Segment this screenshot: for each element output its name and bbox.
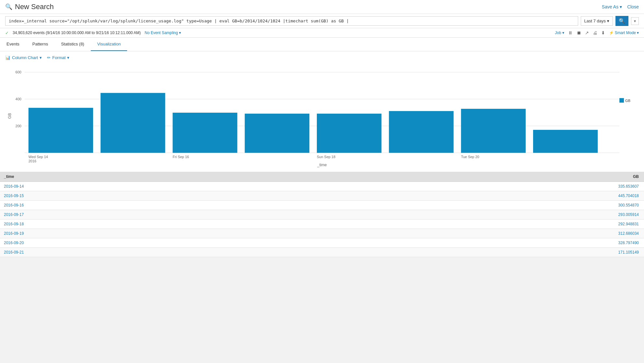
chevron-down-icon: ▾ — [620, 4, 622, 9]
cell-gb: 293.005914 — [579, 210, 644, 219]
svg-text:600: 600 — [16, 70, 21, 74]
x-label-4: Tue Sep 20 — [461, 155, 479, 159]
cell-gb: 445.704018 — [579, 191, 644, 200]
cell-time[interactable]: 2016-09-15 — [0, 191, 579, 200]
cell-time[interactable]: 2016-09-20 — [0, 238, 579, 247]
table-area: _time GB 2016-09-14 335.653607 2016-09-1… — [0, 172, 644, 257]
save-as-button[interactable]: Save As ▾ — [602, 4, 622, 9]
chevron-down-icon: ▾ — [40, 55, 42, 60]
bar-6 — [389, 111, 453, 153]
close-button[interactable]: Close — [627, 4, 639, 9]
x-label-3: Sun Sep 18 — [317, 155, 335, 159]
tab-events[interactable]: Events — [0, 38, 26, 51]
events-count-text: 34,903,620 events (9/14/16 10:00:00.000 … — [13, 31, 141, 35]
bar-chart-icon: 📊 — [5, 55, 10, 60]
smart-mode-button[interactable]: ⚡ Smart Mode ▾ — [609, 31, 639, 35]
job-button[interactable]: Job ▾ — [555, 31, 564, 35]
header-left: 🔍 New Search — [5, 3, 54, 11]
table-row: 2016-09-21 171.105149 — [0, 248, 644, 257]
cell-gb: 328.797490 — [579, 238, 644, 247]
format-button[interactable]: ✏ Format ▾ — [47, 55, 69, 60]
x-label-1: Wed Sep 14 — [29, 155, 48, 159]
status-right: Job ▾ ⏸ ⏹ ↗ 🖨 ⬇ ⚡ Smart Mode ▾ — [555, 30, 639, 35]
svg-text:200: 200 — [16, 124, 21, 128]
tab-patterns[interactable]: Patterns — [26, 38, 54, 51]
bar-3 — [173, 113, 237, 153]
chart-container: GB 600 400 200 — [5, 64, 639, 168]
cell-gb: 171.105149 — [579, 248, 644, 257]
header: 🔍 New Search Save As ▾ Close — [0, 0, 644, 14]
chart-type-button[interactable]: 📊 Column Chart ▾ — [5, 55, 42, 60]
table-row: 2016-09-18 292.948831 — [0, 219, 644, 229]
legend-color — [619, 98, 624, 103]
cell-time[interactable]: 2016-09-14 — [0, 182, 579, 191]
stop-button[interactable]: ⏹ — [577, 30, 581, 35]
table-row: 2016-09-20 328.797490 — [0, 238, 644, 248]
page-title: New Search — [15, 3, 54, 11]
search-bar-area: Last 7 days ▾ 🔍 ▾ — [0, 14, 644, 28]
cell-time[interactable]: 2016-09-21 — [0, 248, 579, 257]
table-row: 2016-09-14 335.653607 — [0, 182, 644, 191]
x-axis-title: _time — [317, 163, 327, 167]
cell-time[interactable]: 2016-09-16 — [0, 201, 579, 210]
visualization-area: 📊 Column Chart ▾ ✏ Format ▾ GB 600 400 2… — [0, 51, 644, 172]
header-right: Save As ▾ Close — [602, 4, 639, 9]
table-row: 2016-09-17 293.005914 — [0, 210, 644, 219]
bar-8 — [533, 130, 598, 153]
no-event-sampling-button[interactable]: No Event Sampling ▾ — [145, 31, 181, 35]
share-button[interactable]: ↗ — [585, 30, 589, 35]
table-body: 2016-09-14 335.653607 2016-09-15 445.704… — [0, 182, 644, 257]
tab-statistics[interactable]: Statistics (8) — [54, 38, 91, 51]
bar-2 — [101, 93, 165, 153]
tab-visualization[interactable]: Visualization — [91, 38, 127, 51]
cell-time[interactable]: 2016-09-18 — [0, 219, 579, 229]
cell-time[interactable]: 2016-09-19 — [0, 229, 579, 238]
cell-gb: 335.653607 — [579, 182, 644, 191]
column-header-gb: GB — [579, 172, 644, 182]
chevron-down-icon: ▾ — [179, 31, 181, 35]
chevron-down-icon: ▾ — [634, 19, 636, 23]
y-axis-label: GB — [7, 113, 12, 119]
tabs: Events Patterns Statistics (8) Visualiza… — [0, 38, 644, 51]
chevron-down-icon: ▾ — [637, 31, 639, 35]
svg-text:400: 400 — [16, 97, 21, 101]
bar-5 — [317, 114, 381, 153]
expand-button[interactable]: ▾ — [631, 17, 639, 25]
table-row: 2016-09-15 445.704018 — [0, 191, 644, 201]
bar-7 — [461, 109, 526, 153]
status-left: ✓ 34,903,620 events (9/14/16 10:00:00.00… — [5, 31, 181, 35]
status-bar: ✓ 34,903,620 events (9/14/16 10:00:00.00… — [0, 28, 644, 38]
bar-1 — [29, 108, 93, 153]
search-input[interactable] — [5, 16, 578, 26]
bar-4 — [245, 114, 309, 153]
table-row: 2016-09-16 300.554870 — [0, 201, 644, 210]
x-label-2: Fri Sep 16 — [173, 155, 189, 159]
pause-button[interactable]: ⏸ — [568, 30, 573, 35]
chevron-down-icon: ▾ — [562, 31, 564, 35]
search-button[interactable]: 🔍 — [615, 16, 628, 26]
column-header-time: _time — [0, 172, 579, 182]
cell-time[interactable]: 2016-09-17 — [0, 210, 579, 219]
lightning-icon: ⚡ — [609, 31, 614, 35]
download-button[interactable]: ⬇ — [601, 30, 605, 35]
status-check-icon: ✓ — [5, 31, 9, 35]
cell-gb: 300.554870 — [579, 201, 644, 210]
chevron-down-icon: ▾ — [607, 19, 609, 23]
table-row: 2016-09-19 312.686034 — [0, 229, 644, 238]
cell-gb: 312.686034 — [579, 229, 644, 238]
cell-gb: 292.948831 — [579, 219, 644, 229]
table-header: _time GB — [0, 172, 644, 182]
chart-svg: GB 600 400 200 — [5, 64, 639, 168]
search-icon: 🔍 — [5, 3, 12, 10]
print-button[interactable]: 🖨 — [593, 30, 597, 35]
pencil-icon: ✏ — [47, 55, 51, 60]
x-label-1b: 2016 — [29, 159, 36, 163]
chevron-down-icon: ▾ — [67, 55, 69, 60]
viz-toolbar: 📊 Column Chart ▾ ✏ Format ▾ — [5, 55, 639, 60]
time-range-button[interactable]: Last 7 days ▾ — [581, 16, 613, 26]
legend-label: GB — [625, 99, 630, 103]
search-icon: 🔍 — [619, 18, 625, 24]
